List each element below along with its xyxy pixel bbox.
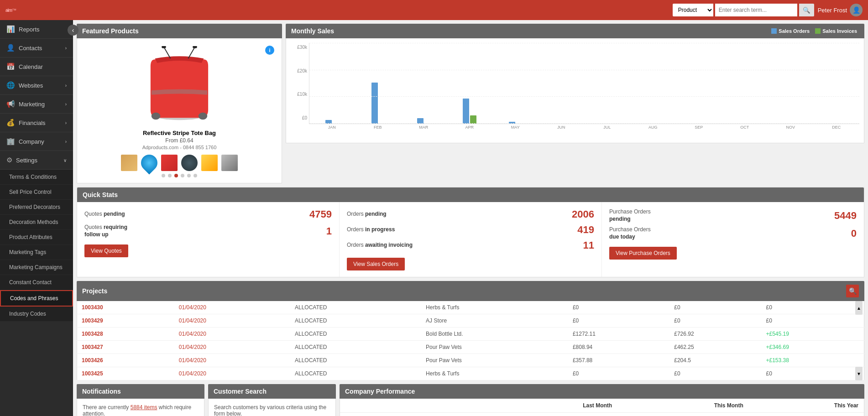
project-id[interactable]: 1003429 [77, 314, 174, 328]
main-content: Featured Products i [73, 20, 868, 416]
projects-scroll-up[interactable]: ▲ [855, 301, 863, 315]
sidebar-item-preferred-decorators[interactable]: Preferred Decorators [0, 200, 73, 215]
po-due-today-value: 0 [851, 228, 857, 239]
search-category-select[interactable]: Product Customer Supplier [673, 4, 713, 16]
thumb-blue-drop[interactable] [138, 151, 161, 175]
chart-month-labels: JAN FEB MAR APR MAY JUN JUL AUG SEP OCT [309, 125, 859, 130]
project-customer: Pour Paw Vets [421, 341, 568, 354]
project-id[interactable]: 1003428 [77, 328, 174, 341]
dot-4[interactable] [181, 174, 184, 177]
sidebar-item-decoration-methods[interactable]: Decoration Methods [0, 215, 73, 230]
perf-row-this-month: 0 [617, 413, 749, 416]
project-v2: £726.92 [669, 328, 761, 341]
project-v3: +£346.69 [761, 341, 864, 354]
thumb-mug[interactable] [121, 155, 137, 171]
sidebar-item-company[interactable]: 🏢 Company › [0, 132, 73, 151]
sidebar-item-marketing-tags[interactable]: Marketing Tags [0, 245, 73, 260]
project-status: ALLOCATED [290, 354, 421, 367]
table-row[interactable]: 1003426 01/04/2020 ALLOCATED Pour Paw Ve… [77, 354, 864, 367]
user-name: Peter Frost [818, 7, 847, 14]
industry-codes-label: Industry Codes [9, 311, 46, 317]
sidebar-item-label-websites: Websites [19, 82, 43, 89]
avatar[interactable]: 👤 [850, 4, 863, 16]
y-label-0: £0 [302, 115, 307, 120]
thumb-red-shirt[interactable] [161, 155, 178, 171]
sidebar-item-contacts[interactable]: 👤 Contacts › [0, 39, 73, 57]
thumb-dark-tape[interactable] [181, 155, 198, 171]
settings-submenu: Terms & Conditions Sell Price Control Pr… [0, 170, 73, 322]
sidebar-collapse-button[interactable]: ‹ [68, 25, 78, 36]
product-image-area[interactable]: i [83, 44, 276, 126]
project-status: ALLOCATED [290, 328, 421, 341]
search-input[interactable] [715, 4, 797, 16]
table-row[interactable]: 1003427 01/04/2020 ALLOCATED Pour Paw Ve… [77, 341, 864, 354]
project-id[interactable]: 1003425 [77, 367, 174, 380]
product-price: From £0.64 [83, 137, 276, 144]
project-id[interactable]: 1003427 [77, 341, 174, 354]
table-row[interactable]: 1003430 01/04/2020 ALLOCATED Herbs & Tur… [77, 301, 864, 314]
table-row[interactable]: 1003425 01/04/2020 ALLOCATED Herbs & Tur… [77, 367, 864, 380]
sidebar-item-reports[interactable]: 📊 Reports [0, 20, 73, 39]
legend-orders-dot [771, 28, 777, 34]
po-pending-label: Purchase Orderspending [609, 208, 651, 223]
company-performance-title: Company Performance [345, 388, 415, 395]
sidebar-item-codes-and-phrases[interactable]: Codes and Phrases [0, 290, 73, 307]
settings-arrow: ∨ [63, 158, 67, 163]
perf-row-label: Quotes [340, 413, 486, 416]
thumb-gray-bottle[interactable] [221, 155, 238, 171]
projects-panel: Projects 🔍 1003430 01/04/2020 ALLOCATED … [77, 281, 864, 380]
project-v3: +£153.38 [761, 354, 864, 367]
table-row[interactable]: 1003428 01/04/2020 ALLOCATED Bold Bottle… [77, 328, 864, 341]
bar-jan-orders [325, 120, 332, 124]
notifications-link[interactable]: 5884 items [131, 404, 157, 411]
project-id[interactable]: 1003430 [77, 301, 174, 314]
view-quotes-button[interactable]: View Quotes [84, 244, 128, 257]
sidebar-item-websites[interactable]: 🌐 Websites › [0, 76, 73, 95]
project-id[interactable]: 1003426 [77, 354, 174, 367]
svg-line-2 [188, 47, 195, 58]
project-v3: £0 [761, 367, 864, 380]
sidebar-item-settings[interactable]: ⚙ Settings ∨ [0, 151, 73, 170]
product-attributes-label: Product Attributes [9, 234, 52, 240]
company-arrow: › [65, 139, 67, 144]
view-purchase-orders-button[interactable]: View Purchase Orders [609, 247, 677, 260]
project-v1: £0 [568, 301, 669, 314]
sidebar-item-marketing[interactable]: 📢 Marketing › [0, 95, 73, 114]
search-button[interactable]: 🔍 [799, 4, 814, 16]
sidebar-item-industry-codes[interactable]: Industry Codes [0, 307, 73, 322]
codes-and-phrases-label: Codes and Phrases [10, 295, 58, 302]
sidebar-item-label-settings: Settings [16, 157, 37, 164]
dot-2[interactable] [168, 174, 172, 177]
svg-point-4 [193, 46, 197, 48]
project-customer: Herbs & Turfs [421, 367, 568, 380]
product-info-icon[interactable]: i [265, 46, 274, 55]
sidebar-item-product-attributes[interactable]: Product Attributes [0, 230, 73, 245]
featured-products-panel: Featured Products i [77, 24, 282, 183]
orders-pending-value: 2006 [572, 208, 594, 220]
dot-5[interactable] [187, 174, 191, 177]
thumb-yellow-bag[interactable] [201, 155, 218, 171]
dot-6[interactable] [193, 174, 197, 177]
sidebar-item-sell-price-control[interactable]: Sell Price Control [0, 185, 73, 200]
sidebar-item-label-financials: Financials [19, 120, 46, 126]
sidebar-item-constant-contact[interactable]: Constant Contact [0, 275, 73, 290]
month-label-feb: FEB [355, 125, 401, 130]
featured-products-header: Featured Products [77, 24, 282, 38]
sidebar-item-marketing-campaigns[interactable]: Marketing Campaigns [0, 260, 73, 275]
sidebar-item-terms-conditions[interactable]: Terms & Conditions [0, 170, 73, 185]
websites-icon: 🌐 [6, 81, 15, 89]
project-date: 01/04/2020 [174, 367, 290, 380]
month-may [493, 122, 539, 124]
sidebar-item-calendar[interactable]: 📅 Calendar [0, 57, 73, 76]
perf-row-last-month: 10 [486, 413, 618, 416]
dot-1[interactable] [162, 174, 165, 177]
sidebar-item-financials[interactable]: 💰 Financials › [0, 114, 73, 132]
view-sales-orders-button[interactable]: View Sales Orders [347, 258, 405, 270]
logo[interactable]: aim™ [5, 8, 16, 13]
projects-scroll-down[interactable]: ▼ [855, 367, 863, 380]
dot-3[interactable] [174, 174, 178, 177]
stat-row-orders-inprogress: Orders in progress 419 [347, 224, 594, 236]
project-v2: £462.25 [669, 341, 761, 354]
table-row[interactable]: 1003429 01/04/2020 ALLOCATED AJ Store £0… [77, 314, 864, 328]
projects-search-icon[interactable]: 🔍 [846, 285, 859, 297]
